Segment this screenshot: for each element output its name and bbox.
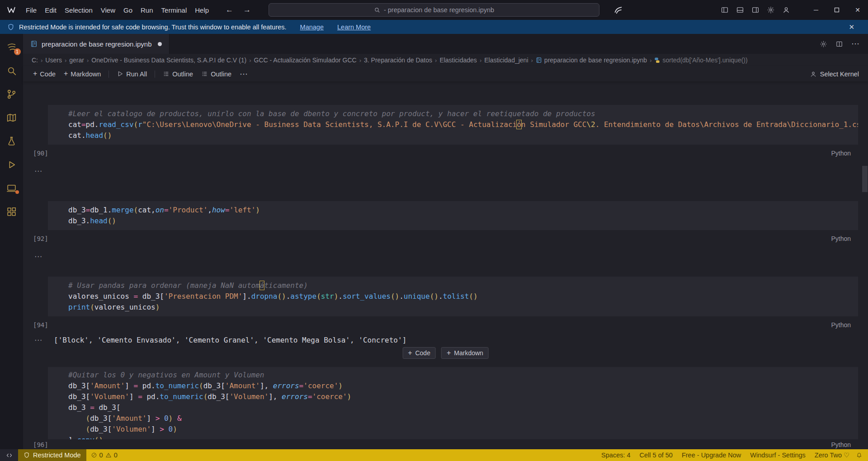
toggle-panel-icon[interactable] — [736, 6, 744, 14]
insert-markdown-cell-button[interactable]: +Markdown — [441, 347, 489, 359]
breadcrumb-separator-icon: › — [531, 57, 533, 64]
cell-language-picker[interactable]: Python — [831, 441, 858, 448]
status-bar: Restricted Mode 0 0 Spaces: 4Cell 5 of 5… — [0, 449, 868, 461]
notebook-cell: # Usar pandas para ordenar (maneja NaN a… — [48, 277, 858, 346]
breadcrumb-item[interactable]: gerar — [69, 56, 84, 64]
command-center-search[interactable]: - preparacion de base regresion.ipynb — [269, 3, 599, 17]
scrollbar-thumb[interactable] — [862, 166, 868, 192]
cell-status-bar: [94]Python — [48, 320, 858, 330]
kernel-icon — [810, 71, 817, 78]
account-icon[interactable] — [782, 6, 790, 14]
source-control-icon[interactable] — [6, 88, 18, 100]
add-code-cell-button[interactable]: +Code — [29, 69, 59, 80]
scrollbar[interactable] — [862, 81, 868, 449]
notebook-icon — [536, 57, 542, 63]
add-markdown-cell-button[interactable]: +Markdown — [60, 69, 104, 80]
status-item-windsurf-settings[interactable]: Windsurf - Settings — [745, 449, 810, 461]
status-item-free-upgrade-now[interactable]: Free - Upgrade Now — [677, 449, 745, 461]
toolbar-divider — [155, 71, 155, 78]
title-bar-actions — [721, 6, 790, 14]
output-collapse-button[interactable]: ⋯ — [34, 252, 42, 261]
back-arrow-icon[interactable]: ← — [226, 5, 233, 14]
breadcrumb-separator-icon: › — [41, 57, 42, 64]
menu-bar: FileEditSelectionViewGoRunTerminalHelp — [22, 4, 213, 16]
problems-button[interactable]: 0 0 — [86, 449, 122, 461]
activity-bar: 1 — [0, 34, 23, 449]
cell-editor[interactable]: # Usar pandas para ordenar (maneja NaN a… — [48, 277, 858, 316]
modified-dot-icon[interactable] — [158, 42, 162, 46]
cell-language-picker[interactable]: Python — [831, 235, 858, 242]
cell-editor[interactable]: db_3=db_1.merge(cat,on='Product',how='le… — [48, 201, 858, 230]
remote-window-button[interactable] — [0, 449, 18, 461]
warning-icon — [105, 452, 112, 458]
output-collapse-button[interactable]: ⋯ — [34, 335, 42, 345]
toggle-sidebar-icon[interactable] — [721, 6, 729, 14]
error-count: 0 — [99, 452, 103, 459]
cascade-icon[interactable]: 1 — [6, 41, 18, 53]
cell-language-picker[interactable]: Python — [831, 150, 858, 157]
breadcrumb-item[interactable]: Elasticidades — [439, 56, 477, 64]
menu-run[interactable]: Run — [137, 4, 157, 16]
banner-close-icon[interactable]: ✕ — [849, 23, 854, 31]
outline-button[interactable]: Outline — [159, 69, 197, 80]
settings-gear-icon[interactable] — [767, 6, 775, 14]
beaker-icon[interactable] — [6, 135, 18, 147]
minimize-button[interactable]: ─ — [806, 0, 826, 20]
menu-go[interactable]: Go — [119, 4, 137, 16]
status-item-spaces-4[interactable]: Spaces: 4 — [597, 449, 635, 461]
extensions-icon[interactable] — [6, 206, 18, 217]
search-icon[interactable] — [6, 65, 18, 76]
breadcrumb-item[interactable]: Elasticidad_jeni — [484, 56, 528, 64]
close-window-button[interactable]: ✕ — [847, 0, 868, 20]
split-editor-icon[interactable] — [835, 40, 843, 48]
insert-code-cell-button[interactable]: +Code — [402, 347, 436, 359]
outline-button-2[interactable]: Outline — [198, 69, 235, 80]
toggle-secondary-sidebar-icon[interactable] — [751, 6, 760, 14]
breadcrumb-item[interactable]: preparacion de base regresion.ipynb — [536, 56, 647, 64]
execution-count: [92] — [33, 235, 48, 242]
learn-more-link[interactable]: Learn More — [337, 24, 371, 31]
execution-count: [94] — [33, 321, 48, 329]
menu-file[interactable]: File — [22, 4, 41, 16]
error-icon — [91, 452, 97, 458]
output-collapse-button[interactable]: ⋯ — [34, 166, 42, 176]
manage-link[interactable]: Manage — [300, 24, 324, 31]
breadcrumb-item[interactable]: GCC - Actualización Simulador GCC — [254, 56, 357, 64]
toolbar-divider — [108, 71, 109, 78]
insert-cell-toolbar: +Code +Markdown — [402, 347, 489, 359]
remote-explorer-icon[interactable] — [6, 182, 18, 194]
menu-terminal[interactable]: Terminal — [157, 4, 191, 16]
more-actions-icon[interactable]: ⋯ — [851, 39, 860, 49]
cell-editor[interactable]: #Leer el catalogo de productos, unirlo c… — [48, 105, 858, 145]
breadcrumb-separator-icon: › — [359, 57, 361, 64]
status-item-cell-5-of-50[interactable]: Cell 5 of 50 — [635, 449, 677, 461]
breadcrumb-item[interactable]: OneDrive - Business Data Scientists, S.A… — [91, 56, 246, 64]
breadcrumb-separator-icon: › — [480, 57, 481, 64]
tab-notebook[interactable]: preparacion de base regresion.ipynb — [23, 34, 170, 54]
breadcrumb-item[interactable]: sorted(db['Año-Mes'].unique()) — [654, 56, 747, 64]
breadcrumb-item[interactable]: Users — [45, 56, 62, 64]
status-item-zero-two[interactable]: Zero Two ♡ — [810, 449, 854, 461]
menu-selection[interactable]: Selection — [61, 4, 97, 16]
map-icon[interactable] — [6, 112, 18, 123]
title-bar: FileEditSelectionViewGoRunTerminalHelp ←… — [0, 0, 868, 20]
cell-editor[interactable]: #Quitar los 0 y negativos en Amount y Vo… — [48, 367, 858, 439]
menu-help[interactable]: Help — [191, 4, 213, 16]
menu-edit[interactable]: Edit — [41, 4, 61, 16]
notifications-bell-icon[interactable] — [854, 449, 868, 461]
window-controls: ─ ✕ — [806, 0, 868, 20]
maximize-button[interactable] — [826, 0, 847, 20]
breadcrumb-item[interactable]: C: — [32, 56, 38, 64]
restricted-mode-badge[interactable]: Restricted Mode — [18, 449, 86, 461]
toolbar-more-icon[interactable]: ⋯ — [240, 69, 248, 79]
cell-language-picker[interactable]: Python — [831, 321, 858, 329]
run-debug-icon[interactable] — [6, 159, 18, 170]
menu-view[interactable]: View — [97, 4, 119, 16]
run-all-icon — [117, 71, 123, 77]
run-all-button[interactable]: Run All — [113, 69, 151, 80]
forward-arrow-icon[interactable]: → — [243, 5, 251, 14]
configure-gear-icon[interactable] — [820, 40, 827, 48]
select-kernel-button[interactable]: Select Kernel — [810, 71, 868, 78]
breadcrumb-item[interactable]: 3. Preparación de Datos — [364, 56, 432, 64]
main-area: 1 preparacion de base re — [0, 34, 868, 449]
